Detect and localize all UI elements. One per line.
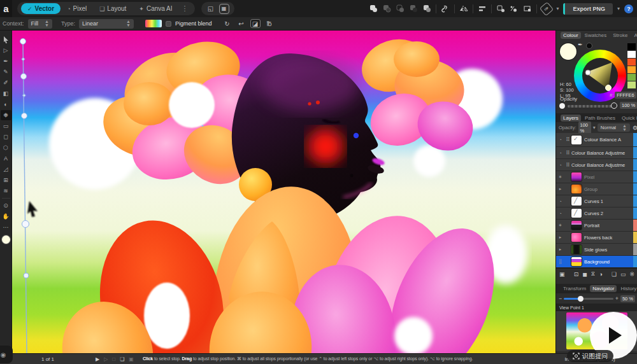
layer-row-selected[interactable]: ⣿ Background xyxy=(556,256,637,268)
layer-visibility-icon[interactable]: ◔ xyxy=(556,151,564,155)
move-tool-icon[interactable] xyxy=(1,34,11,45)
layer-lock-icon[interactable]: ∗ xyxy=(556,174,564,179)
secondary-colour-swatch[interactable] xyxy=(586,43,592,49)
layer-edit-bar[interactable] xyxy=(633,256,637,267)
gradient-stop-handle[interactable] xyxy=(22,113,27,119)
layer-edit-bar[interactable] xyxy=(633,195,637,207)
export-png-button[interactable]: Export PNG xyxy=(563,3,613,15)
layer-row[interactable]: ◔ ⠿ Colour Balance Adjustme xyxy=(556,147,637,159)
layer-thumbnail[interactable] xyxy=(571,209,582,218)
layer-visibility-icon[interactable]: ◔ xyxy=(556,163,564,167)
ellipse-tool-icon[interactable]: ◻ xyxy=(1,132,11,142)
tab-pixel[interactable]: ◔ Pixel xyxy=(61,3,93,14)
next-frame-icon[interactable]: ▷ xyxy=(104,356,108,362)
crop-tool-icon[interactable]: ⊞ xyxy=(1,175,11,185)
layers-opacity-caret-icon[interactable]: ▾ xyxy=(593,125,596,130)
new-group-icon[interactable]: ▭ xyxy=(620,271,626,277)
zoom-tool-icon[interactable]: ⊙ xyxy=(1,200,11,211)
active-colour-swatch[interactable] xyxy=(560,43,576,60)
layer-row[interactable]: ◔ Curves 1 xyxy=(556,195,637,207)
colour-picker-icon[interactable]: ✒ xyxy=(578,41,583,48)
layer-edit-bar[interactable] xyxy=(633,207,637,219)
canvas[interactable] xyxy=(12,31,555,353)
pressure-icon[interactable]: ✑ xyxy=(540,1,554,16)
zoom-in-icon[interactable]: + xyxy=(615,295,619,302)
context-select[interactable]: Fill ▲▼ xyxy=(28,19,52,29)
delete-layer-icon[interactable]: ※ xyxy=(629,271,634,277)
reverse-gradient-icon[interactable]: ↻ xyxy=(222,20,233,27)
gradient-stop-handle[interactable] xyxy=(21,74,27,80)
pencil-tool-icon[interactable]: ✎ xyxy=(1,67,11,77)
layer-edit-bar[interactable] xyxy=(633,133,637,146)
layer-thumbnail[interactable] xyxy=(571,233,582,242)
layer-visibility-icon[interactable]: ◔ xyxy=(556,137,564,142)
export-caret-icon[interactable]: ▾ xyxy=(617,6,620,11)
layer-thumbnail[interactable] xyxy=(571,257,582,266)
layer-edit-bar[interactable] xyxy=(633,171,637,183)
zoom-slider-handle[interactable] xyxy=(578,296,583,302)
mask-icon[interactable]: ◼ xyxy=(582,271,587,277)
layer-gradient-icon[interactable]: ⣿ xyxy=(556,259,564,264)
layer-expand-icon[interactable]: ▸ xyxy=(556,186,564,192)
transform-objects-icon[interactable] xyxy=(496,4,505,13)
gradient-stop-handle[interactable] xyxy=(22,221,29,228)
colour-triangle[interactable] xyxy=(583,59,617,93)
layer-row[interactable]: ◔ ⠿ Colour Balance Adjustme xyxy=(556,159,637,171)
tab-history[interactable]: History xyxy=(618,285,637,292)
boolean-add-icon[interactable] xyxy=(369,4,378,13)
help-icon[interactable]: ? xyxy=(624,4,633,13)
layer-lock-icon[interactable]: ∗ xyxy=(556,223,564,228)
swatch-white[interactable] xyxy=(627,51,636,58)
current-fill-swatch[interactable] xyxy=(2,235,10,244)
tab-path-brushes[interactable]: Path Brushes xyxy=(582,115,618,122)
maintain-fill-aspect-icon[interactable]: ◪ xyxy=(250,19,261,28)
text-tool-icon[interactable]: A xyxy=(1,153,11,164)
watermark-pill[interactable]: 识图提问 xyxy=(567,350,613,362)
layer-row[interactable]: ▸ Group xyxy=(556,183,637,195)
layer-thumbnail[interactable] xyxy=(571,172,582,181)
layer-thumbnail[interactable] xyxy=(571,245,582,254)
tab-transform[interactable]: Transform xyxy=(561,285,589,292)
layer-expand-icon[interactable]: ▸ xyxy=(556,235,564,240)
play-preview-icon[interactable]: ▶ xyxy=(96,356,99,362)
vector-brush-tool-icon[interactable]: ❈ xyxy=(1,110,11,120)
colour-triangle-selector[interactable] xyxy=(606,85,612,91)
gradient-stop-handle[interactable] xyxy=(24,273,29,278)
flip-icon[interactable] xyxy=(459,4,468,13)
align-icon[interactable] xyxy=(478,4,487,13)
layer-thumbnail[interactable] xyxy=(571,185,582,193)
zoom-out-icon[interactable]: − xyxy=(559,295,562,302)
corner-floating-button[interactable]: ◉ xyxy=(0,346,13,363)
boolean-xor-icon[interactable] xyxy=(409,4,418,13)
zoom-value[interactable]: 50 % xyxy=(620,295,635,302)
adjustment-icon[interactable]: ◑ xyxy=(599,271,602,277)
layer-edit-bar[interactable] xyxy=(633,183,637,195)
tab-quick-fx[interactable]: Quick FX xyxy=(619,115,637,122)
node-tool-icon[interactable]: ▷ xyxy=(1,45,11,55)
tab-swatches[interactable]: Swatches xyxy=(582,32,610,39)
corner-tool-icon[interactable]: ◿ xyxy=(1,164,11,174)
brush-tool-icon[interactable]: ✐ xyxy=(1,78,11,88)
gradient-swatch[interactable] xyxy=(145,20,162,27)
swatch-orange[interactable] xyxy=(627,66,636,73)
warp-tool-icon[interactable]: ≋ xyxy=(1,186,11,196)
pressure-caret-icon[interactable]: ▾ xyxy=(556,6,559,11)
tab-navigator[interactable]: Navigator xyxy=(590,285,617,292)
layers-opacity-value[interactable]: 100 % xyxy=(578,122,591,134)
app-logo[interactable]: a xyxy=(0,0,12,17)
pigment-blend-checkbox[interactable] xyxy=(166,21,171,27)
swatch-light-green[interactable] xyxy=(627,81,636,88)
view-point-label[interactable]: View Point 1 xyxy=(556,304,637,311)
type-select[interactable]: Linear ▲▼ xyxy=(79,19,134,29)
blend-mode-select[interactable]: Normal xyxy=(601,125,616,130)
layer-row[interactable]: ▸ Flowers back xyxy=(556,232,637,244)
layer-row[interactable]: ◔ Curves 2 xyxy=(556,207,637,220)
rotate-gradient-icon[interactable]: ↩ xyxy=(236,20,247,27)
boolean-intersect-icon[interactable] xyxy=(396,4,404,13)
persona-overflow-icon[interactable]: ⋮ xyxy=(179,4,191,13)
duplicate-layer-icon[interactable]: ❏ xyxy=(612,271,617,277)
zoom-slider[interactable] xyxy=(564,298,613,300)
layer-row[interactable]: ◔ ⠿ Colour Balance A xyxy=(556,133,637,147)
transparency-tool-icon[interactable]: ◐ xyxy=(1,99,11,109)
eyedropper-icon[interactable]: ℔ xyxy=(264,20,275,27)
